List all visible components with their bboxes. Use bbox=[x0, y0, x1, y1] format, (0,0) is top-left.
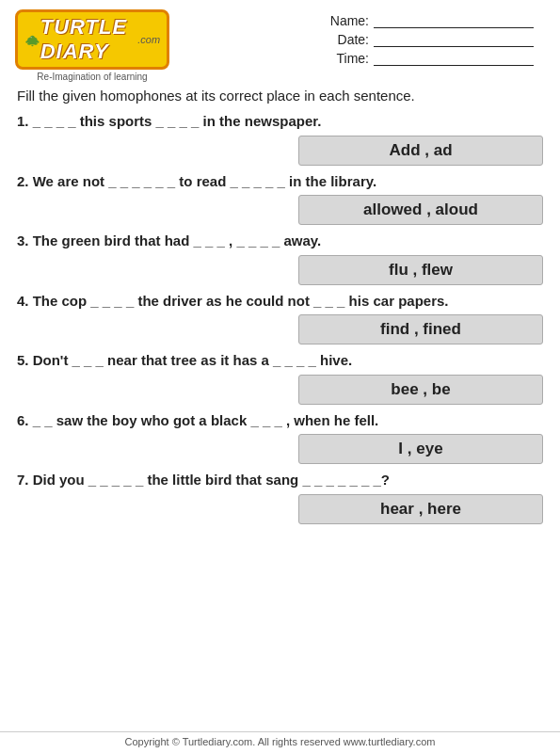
question-1: 1. _ _ _ _ this sports _ _ _ _ in the ne… bbox=[17, 111, 543, 166]
date-line bbox=[374, 32, 534, 47]
logo-com: .com bbox=[137, 34, 160, 45]
time-line bbox=[374, 51, 534, 66]
answer-box-3: flu , flew bbox=[298, 255, 543, 285]
logo-text: TURTLE DIARY bbox=[40, 15, 138, 64]
svg-point-6 bbox=[31, 45, 33, 46]
name-label: Name: bbox=[327, 13, 369, 28]
svg-point-1 bbox=[30, 36, 35, 40]
turtle-icon bbox=[24, 29, 40, 50]
logo-area: TURTLE DIARY .com Re-Imagination of lear… bbox=[17, 9, 168, 82]
question-text-7: 7. Did you _ _ _ _ _ the little bird tha… bbox=[17, 470, 543, 491]
answer-box-5: bee , be bbox=[298, 375, 543, 405]
answer-box-1: Add , ad bbox=[298, 136, 543, 166]
svg-point-8 bbox=[31, 37, 32, 38]
footer: Copyright © Turtlediary.com. All rights … bbox=[0, 731, 560, 747]
question-text-1: 1. _ _ _ _ this sports _ _ _ _ in the ne… bbox=[17, 111, 543, 133]
question-text-3: 3. The green bird that had _ _ _ , _ _ _… bbox=[17, 231, 543, 252]
answer-box-6: I , eye bbox=[298, 434, 543, 464]
date-label: Date: bbox=[327, 32, 369, 47]
question-7: 7. Did you _ _ _ _ _ the little bird tha… bbox=[17, 470, 543, 524]
question-2: 2. We are not _ _ _ _ _ _ to read _ _ _ … bbox=[17, 171, 543, 226]
question-text-2: 2. We are not _ _ _ _ _ _ to read _ _ _ … bbox=[17, 171, 543, 193]
question-6: 6. _ _ saw the boy who got a black _ _ _… bbox=[17, 410, 543, 465]
question-text-5: 5. Don't _ _ _ near that tree as it has … bbox=[17, 350, 543, 372]
header: TURTLE DIARY .com Re-Imagination of lear… bbox=[17, 9, 543, 82]
name-line bbox=[374, 13, 534, 28]
time-row: Time: bbox=[327, 51, 543, 66]
question-4: 4. The cop _ _ _ _ the driver as he coul… bbox=[17, 291, 543, 345]
date-row: Date: bbox=[327, 32, 543, 47]
form-fields: Name: Date: Time: bbox=[327, 13, 543, 66]
question-3: 3. The green bird that had _ _ _ , _ _ _… bbox=[17, 231, 543, 285]
answer-box-2: allowed , aloud bbox=[298, 195, 543, 225]
questions-container: 1. _ _ _ _ this sports _ _ _ _ in the ne… bbox=[17, 111, 543, 524]
answer-box-7: hear , here bbox=[298, 494, 543, 524]
question-5: 5. Don't _ _ _ near that tree as it has … bbox=[17, 350, 543, 405]
name-row: Name: bbox=[327, 13, 543, 28]
logo-box: TURTLE DIARY .com bbox=[15, 9, 169, 70]
instruction: Fill the given homophones at its correct… bbox=[17, 88, 543, 104]
logo-tagline: Re-Imagination of learning bbox=[37, 72, 147, 82]
page: TURTLE DIARY .com Re-Imagination of lear… bbox=[0, 0, 560, 753]
time-label: Time: bbox=[327, 51, 369, 66]
question-text-4: 4. The cop _ _ _ _ the driver as he coul… bbox=[17, 291, 543, 312]
answer-box-4: find , fined bbox=[298, 314, 543, 344]
question-text-6: 6. _ _ saw the boy who got a black _ _ _… bbox=[17, 410, 543, 432]
